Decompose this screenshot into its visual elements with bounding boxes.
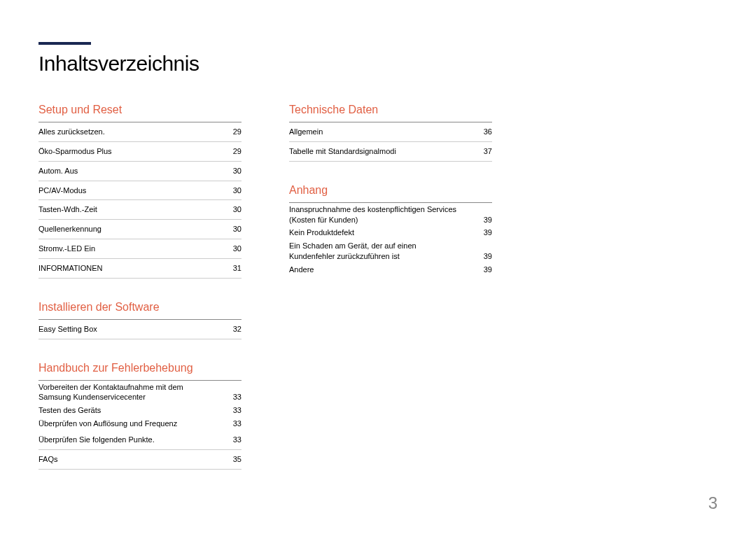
toc-entry-page: 39 [478,215,492,225]
toc-section: Handbuch zur FehlerbehebungVorbereiten d… [38,362,241,470]
section-heading[interactable]: Technische Daten [289,104,492,122]
toc-entry-label: Ein Schaden am Gerät, der auf einen Kund… [289,241,478,262]
toc-entry[interactable]: Stromv.-LED Ein30 [38,239,241,259]
toc-entry-label: Quellenerkennung [38,224,227,234]
toc-entry-page: 31 [227,263,241,274]
toc-entry-label: Alles zurücksetzen. [38,127,227,137]
toc-entry-label: Vorbereiten der Kontaktaufnahme mit dem … [38,382,227,403]
toc-entry-label: INFORMATIONEN [38,263,227,274]
toc-entry-label: Autom. Aus [38,166,227,176]
toc-entry[interactable]: Tabelle mit Standardsignalmodi37 [289,142,492,162]
toc-entry-label: PC/AV-Modus [38,185,227,196]
section-heading[interactable]: Setup und Reset [38,104,241,122]
toc-entry-page: 29 [227,127,241,137]
toc-entry[interactable]: Testen des Geräts33 [38,404,241,417]
toc-entry[interactable]: Allgemein36 [289,122,492,142]
toc-entry-label: Tabelle mit Standardsignalmodi [289,146,478,157]
toc-entry-page: 30 [227,166,241,176]
toc-entry-label: Kein Produktdefekt [289,227,478,238]
page-container: Inhaltsverzeichnis Setup und ResetAlles … [0,0,756,534]
toc-entry-label: Inanspruchnahme des kostenpflichtigen Se… [289,204,478,225]
toc-entry[interactable]: PC/AV-Modus30 [38,181,241,201]
section-heading[interactable]: Anhang [289,184,492,203]
section-heading[interactable]: Handbuch zur Fehlerbehebung [38,362,241,381]
toc-column: Setup und ResetAlles zurücksetzen.29Öko-… [38,104,241,492]
toc-entry-page: 35 [227,454,241,465]
toc-entry-label: FAQs [38,454,227,465]
toc-entry[interactable]: Kein Produktdefekt39 [289,226,492,239]
toc-section: Installieren der SoftwareEasy Setting Bo… [38,301,241,339]
toc-entry[interactable]: Autom. Aus30 [38,162,241,181]
toc-entry-page: 39 [478,265,492,275]
toc-entry-label: Andere [289,265,478,275]
toc-entry[interactable]: Inanspruchnahme des kostenpflichtigen Se… [289,203,492,227]
toc-entry-page: 33 [227,419,241,429]
section-heading[interactable]: Installieren der Software [38,301,241,320]
toc-entry[interactable]: Easy Setting Box32 [38,320,241,339]
toc-entry[interactable]: INFORMATIONEN31 [38,259,241,279]
toc-entry[interactable]: Alles zurücksetzen.29 [38,122,241,142]
toc-entry-label: Überprüfen von Auflösung und Frequenz [38,419,227,429]
toc-entry-label: Stromv.-LED Ein [38,244,227,254]
page-title: Inhaltsverzeichnis [38,52,718,76]
toc-entry[interactable]: Überprüfen Sie folgenden Punkte.33 [38,430,241,450]
toc-entry-page: 37 [478,146,492,157]
toc-column: Technische DatenAllgemein36Tabelle mit S… [289,104,492,492]
toc-entry-page: 29 [227,146,241,157]
toc-section: Setup und ResetAlles zurücksetzen.29Öko-… [38,104,241,279]
toc-entry-page: 33 [227,435,241,445]
toc-entry-label: Öko-Sparmodus Plus [38,146,227,157]
toc-entry[interactable]: Tasten-Wdh.-Zeit30 [38,200,241,220]
toc-section: AnhangInanspruchnahme des kostenpflichti… [289,184,492,276]
page-number: 3 [708,493,718,513]
toc-entry-page: 33 [227,392,241,402]
toc-entry-page: 32 [227,324,241,335]
toc-entry[interactable]: Überprüfen von Auflösung und Frequenz33 [38,417,241,430]
toc-entry-page: 30 [227,204,241,215]
toc-entry-page: 30 [227,244,241,254]
toc-entry-label: Tasten-Wdh.-Zeit [38,204,227,215]
toc-entry[interactable]: Vorbereiten der Kontaktaufnahme mit dem … [38,381,241,405]
toc-entry-page: 33 [227,405,241,416]
toc-entry[interactable]: Ein Schaden am Gerät, der auf einen Kund… [289,239,492,263]
toc-entry-page: 39 [478,227,492,238]
toc-entry-page: 30 [227,185,241,196]
toc-entry-page: 30 [227,224,241,234]
toc-entry[interactable]: Öko-Sparmodus Plus29 [38,142,241,162]
toc-entry[interactable]: FAQs35 [38,450,241,470]
toc-entry-label: Testen des Geräts [38,405,227,416]
toc-entry-label: Allgemein [289,127,478,137]
toc-section: Technische DatenAllgemein36Tabelle mit S… [289,104,492,162]
toc-entry-label: Überprüfen Sie folgenden Punkte. [38,435,227,445]
toc-entry[interactable]: Quellenerkennung30 [38,220,241,239]
toc-entry-page: 36 [478,127,492,137]
title-accent-bar [38,42,91,45]
toc-entry-page: 39 [478,251,492,262]
toc-columns: Setup und ResetAlles zurücksetzen.29Öko-… [38,104,718,492]
toc-entry-label: Easy Setting Box [38,324,227,335]
toc-entry[interactable]: Andere39 [289,263,492,276]
